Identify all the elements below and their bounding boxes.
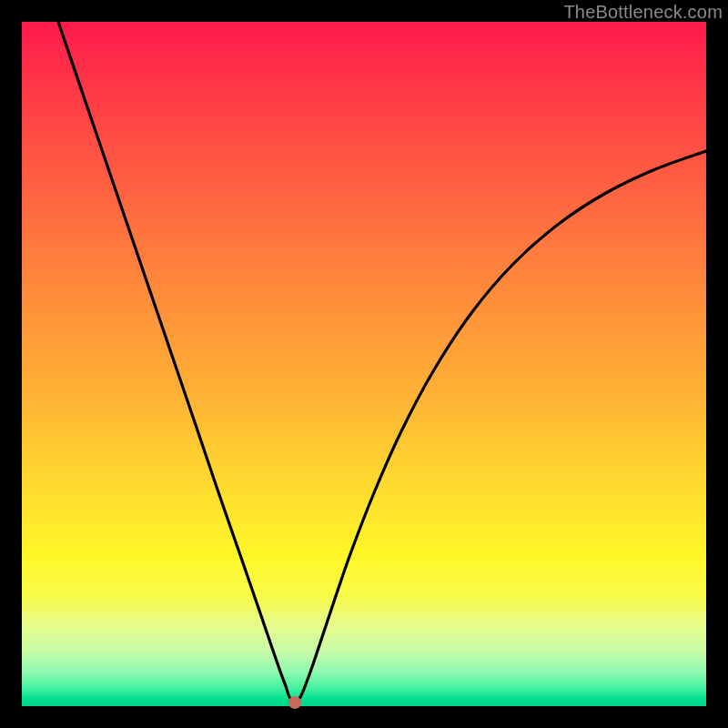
chart-frame: TheBottleneck.com — [0, 0, 728, 728]
watermark-text: TheBottleneck.com — [563, 2, 723, 23]
optimal-point-dot — [288, 696, 301, 709]
chart-plot-area — [22, 22, 706, 706]
bottleneck-curve — [22, 22, 706, 706]
